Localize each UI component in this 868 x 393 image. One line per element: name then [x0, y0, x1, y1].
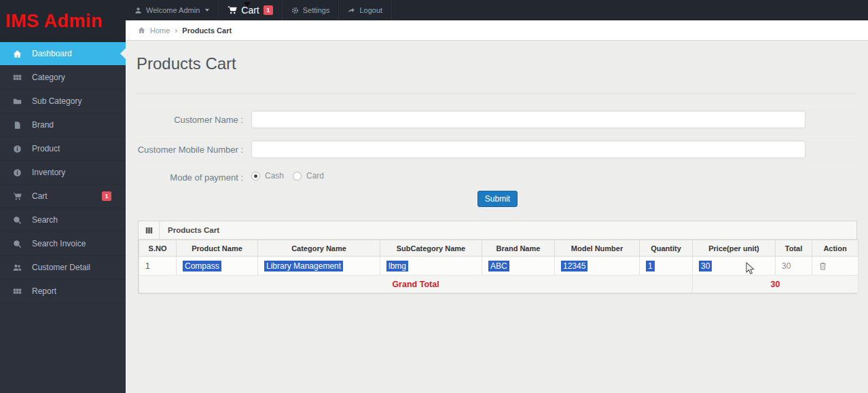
selected-text: 1: [646, 261, 655, 272]
col-action: Action: [812, 240, 858, 257]
sidebar-item-label: Inventory: [32, 168, 65, 177]
cart-count-badge: 1: [264, 5, 273, 15]
cart-dropdown-caret-icon: [244, 2, 251, 7]
users-icon: [13, 263, 22, 272]
sidebar-item-cart[interactable]: Cart 1: [0, 185, 126, 208]
sidebar-item-label: Product: [32, 144, 60, 153]
info-icon: [13, 145, 22, 153]
selected-text: 12345: [561, 261, 587, 272]
divider: [136, 106, 857, 107]
cell-category: Library Management: [258, 257, 380, 276]
products-cart-panel: Products Cart S.NO Product Name Category…: [138, 221, 857, 294]
info-icon: [13, 168, 22, 177]
payment-mode-group: Cash Card: [251, 171, 328, 181]
divider: [136, 93, 857, 94]
sidebar-item-label: Search: [32, 215, 58, 225]
sidebar-item-sub-category[interactable]: Sub Category: [0, 90, 126, 113]
search-icon: [13, 216, 22, 225]
logout-icon: [348, 7, 355, 14]
logout-button[interactable]: Logout: [339, 0, 392, 20]
col-subcategory-name: SubCategory Name: [380, 240, 482, 257]
table-header-row: S.NO Product Name Category Name SubCateg…: [139, 240, 858, 257]
cell-quantity: 1: [640, 257, 693, 276]
cash-radio[interactable]: [251, 172, 260, 181]
file-icon: [13, 121, 22, 130]
welcome-admin-menu[interactable]: Welcome Admin: [126, 0, 219, 20]
user-icon: [134, 7, 142, 14]
welcome-admin-label: Welcome Admin: [146, 6, 200, 14]
col-quantity: Quantity: [640, 240, 693, 257]
breadcrumb-current: Products Cart: [182, 26, 232, 35]
sidebar-item-label: Customer Detail: [32, 263, 90, 272]
search-icon: [13, 240, 22, 248]
topbar: Welcome Admin Cart 1 Settings Logout: [126, 0, 868, 20]
app-logo: IMS Admin: [0, 0, 126, 42]
sidebar-item-search-invoice[interactable]: Search Invoice: [0, 232, 126, 256]
sidebar-item-product[interactable]: Product: [0, 137, 126, 161]
cart-icon: [228, 5, 237, 15]
cell-price: 30: [693, 257, 776, 276]
sidebar-item-label: Brand: [32, 120, 54, 130]
cart-icon: [13, 192, 22, 201]
sidebar-item-search[interactable]: Search: [0, 208, 126, 232]
sidebar-item-label: Dashboard: [32, 49, 72, 58]
card-radio[interactable]: [293, 172, 302, 181]
col-model-number: Model Number: [555, 240, 640, 257]
grid-icon: [13, 73, 22, 82]
grand-total-value: 30: [693, 276, 858, 293]
sidebar-item-brand[interactable]: Brand: [0, 113, 126, 137]
cart-count-badge: 1: [102, 191, 111, 201]
chevron-down-icon: [205, 9, 209, 12]
logout-label: Logout: [359, 6, 382, 14]
trash-icon[interactable]: [818, 261, 827, 271]
breadcrumb-home-link[interactable]: Home: [150, 26, 170, 35]
sidebar: IMS Admin Dashboard Category Sub Categor…: [0, 0, 126, 393]
cell-model: 12345: [555, 257, 640, 276]
cell-total: 30: [776, 257, 812, 276]
mouse-cursor: [746, 262, 755, 275]
sidebar-item-label: Search Invoice: [32, 239, 86, 248]
breadcrumb: Home › Products Cart: [126, 20, 868, 41]
panel-title: Products Cart: [160, 226, 219, 234]
customer-name-input[interactable]: [251, 111, 806, 128]
sidebar-item-label: Cart: [32, 191, 48, 201]
card-radio-label: Card: [306, 171, 324, 181]
sidebar-item-label: Sub Category: [32, 96, 82, 106]
col-total: Total: [776, 240, 812, 257]
table-columns-icon: [139, 221, 160, 239]
selected-text: Compass: [183, 261, 221, 272]
grid-icon: [13, 287, 22, 296]
submit-button[interactable]: Submit: [477, 191, 518, 207]
col-price-per-unit: Price(per unit): [693, 240, 776, 257]
cell-sno: 1: [139, 257, 177, 276]
cash-radio-label: Cash: [265, 171, 284, 181]
page-title: Products Cart: [137, 54, 236, 73]
breadcrumb-separator: ›: [175, 26, 177, 35]
selected-text: Library Management: [264, 261, 343, 272]
sidebar-item-label: Category: [32, 73, 65, 82]
customer-mobile-input[interactable]: [251, 141, 806, 158]
home-icon: [138, 26, 145, 34]
gear-icon: [291, 7, 299, 14]
folder-icon: [13, 97, 22, 106]
sidebar-item-category[interactable]: Category: [0, 66, 126, 90]
settings-button[interactable]: Settings: [283, 0, 340, 20]
settings-label: Settings: [303, 6, 330, 14]
cell-action: [812, 257, 858, 276]
topbar-cart-button[interactable]: Cart 1: [219, 0, 282, 20]
cell-subcategory: lbmg: [380, 257, 482, 276]
col-brand-name: Brand Name: [482, 240, 555, 257]
grand-total-row: Grand Total 30: [139, 276, 858, 293]
sidebar-item-inventory[interactable]: Inventory: [0, 161, 126, 185]
home-icon: [13, 50, 22, 58]
active-notch: [120, 48, 126, 59]
sidebar-item-report[interactable]: Report: [0, 280, 126, 303]
sidebar-item-customer-detail[interactable]: Customer Detail: [0, 256, 126, 280]
col-category-name: Category Name: [258, 240, 380, 257]
cell-brand: ABC: [482, 257, 555, 276]
sidebar-item-label: Report: [32, 286, 56, 296]
grand-total-label: Grand Total: [139, 276, 693, 293]
panel-header: Products Cart: [139, 221, 856, 240]
col-sno: S.NO: [139, 240, 177, 257]
sidebar-item-dashboard[interactable]: Dashboard: [0, 42, 126, 66]
